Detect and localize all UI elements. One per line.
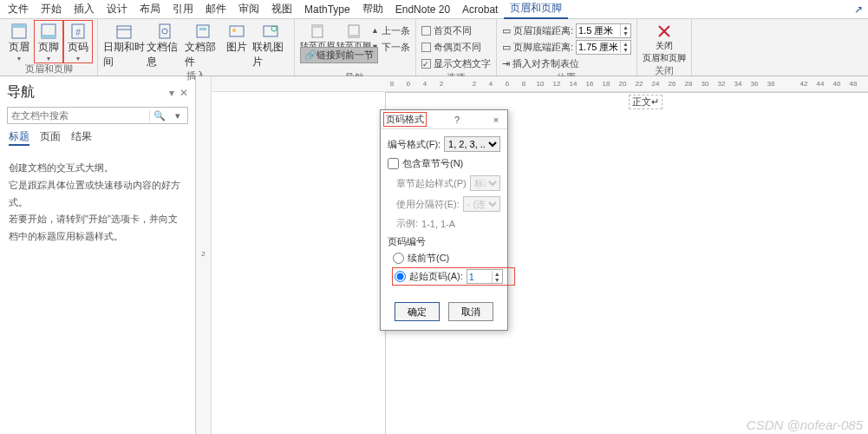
svg-rect-3 — [42, 35, 55, 38]
continue-radio-input[interactable] — [393, 253, 404, 264]
online-picture-button[interactable]: 联机图片 — [252, 21, 289, 69]
svg-rect-1 — [12, 24, 26, 28]
ok-button[interactable]: 确定 — [395, 302, 440, 321]
header-button[interactable]: 页眉 ▾ — [5, 21, 33, 62]
tab-references[interactable]: 引用 — [166, 0, 199, 18]
nav-search-input[interactable]: 🔍 ▾ — [7, 107, 188, 124]
footer-button[interactable]: 页脚 ▾ — [35, 21, 62, 62]
doc-info-button[interactable]: 文档信息 — [147, 21, 183, 69]
page-number-button[interactable]: # 页码 ▾ — [64, 21, 92, 62]
nav-tab-results[interactable]: 结果 — [71, 129, 92, 146]
tab-file[interactable]: 文件 — [2, 0, 35, 18]
dialog-title: 页码格式 — [384, 113, 426, 126]
header-top-input[interactable] — [577, 25, 620, 36]
spinner-arrows-icon[interactable]: ▲▼ — [492, 271, 502, 283]
svg-rect-8 — [160, 24, 170, 38]
picture-label: 图片 — [226, 40, 247, 55]
spinner-arrows-icon[interactable]: ▲▼ — [620, 41, 630, 53]
odd-even-diff-checkbox[interactable]: 奇偶页不同 — [421, 39, 491, 55]
tab-help[interactable]: 帮助 — [356, 0, 389, 18]
header-top-label: 页眉顶端距离: — [513, 24, 573, 37]
chevron-down-icon: ▾ — [47, 55, 50, 62]
start-at-radio[interactable]: 起始页码(A): ▲▼ — [393, 268, 514, 285]
dialog-titlebar[interactable]: 页码格式 ? × — [381, 110, 507, 129]
close-hf-label: 关闭 页眉和页脚 — [643, 40, 686, 64]
tab-mailings[interactable]: 邮件 — [199, 0, 232, 18]
align-tab-label: 插入对齐制表位 — [512, 57, 579, 70]
tab-endnote[interactable]: EndNote 20 — [389, 2, 456, 17]
dialog-close-button[interactable]: × — [488, 115, 504, 125]
tab-design[interactable]: 设计 — [101, 0, 134, 18]
nav-close-icon[interactable]: ✕ — [179, 87, 188, 99]
tab-view[interactable]: 视图 — [265, 0, 298, 18]
tab-mathtype[interactable]: MathType — [298, 2, 356, 17]
group-position: ▭ 页眉顶端距离: ▲▼ ▭ 页脚底端距离: ▲▼ ⇥插入对齐制表位 位置 — [497, 19, 637, 76]
picture-button[interactable]: 图片 — [223, 21, 251, 55]
dialog-help-button[interactable]: ? — [449, 115, 465, 125]
vruler-mark: 2 — [196, 250, 211, 258]
footer-bottom-label: 页脚底端距离: — [513, 41, 573, 54]
tab-insert[interactable]: 插入 — [68, 0, 101, 18]
align-tab-button[interactable]: ⇥插入对齐制表位 — [502, 56, 631, 71]
date-time-button[interactable]: 日期和时间 — [103, 21, 145, 69]
num-format-label: 编号格式(F): — [388, 138, 441, 151]
checkbox-icon — [421, 59, 431, 69]
group-insert: 日期和时间 文档信息 文档部件 图片 联机图片 插入 — [98, 19, 295, 76]
chevron-down-icon: ▾ — [76, 55, 80, 62]
start-at-input[interactable] — [467, 272, 492, 282]
nav-tab-headings[interactable]: 标题 — [9, 129, 29, 146]
show-doc-text-checkbox[interactable]: 显示文档文字 — [421, 56, 491, 71]
tab-review[interactable]: 审阅 — [232, 0, 265, 18]
pagenum-legend: 页码编号 — [388, 235, 500, 248]
tab-home[interactable]: 开始 — [35, 0, 68, 18]
continue-radio[interactable]: 续前节(C) — [393, 252, 500, 265]
vertical-ruler: 2 — [196, 76, 212, 434]
example-label: 示例: — [396, 217, 418, 230]
page-number-icon: # — [69, 23, 87, 40]
svg-rect-6 — [117, 26, 131, 38]
share-icon[interactable]: ↗ — [851, 3, 866, 16]
nav-help-text: 创建文档的交互式大纲。 它是跟踪具体位置或快速移动内容的好方式。 若要开始，请转… — [0, 149, 195, 256]
menu-bar: 文件 开始 插入 设计 布局 引用 邮件 审阅 视图 MathType 帮助 E… — [0, 0, 868, 19]
spinner-arrows-icon[interactable]: ▲▼ — [620, 24, 630, 36]
start-at-label: 起始页码(A): — [409, 270, 463, 283]
chapter-style-label: 章节起始样式(P) — [396, 177, 467, 190]
continue-label: 续前节(C) — [408, 252, 449, 265]
footer-bottom-row: ▭ 页脚底端距离: ▲▼ — [502, 39, 631, 55]
footer-bottom-spinner[interactable]: ▲▼ — [576, 40, 631, 55]
search-field[interactable] — [8, 110, 149, 121]
tab-layout[interactable]: 布局 — [134, 0, 166, 18]
quick-parts-button[interactable]: 文档部件 — [185, 21, 221, 69]
svg-point-9 — [162, 29, 167, 34]
svg-rect-12 — [230, 26, 244, 36]
search-dropdown-icon[interactable]: ▾ — [168, 110, 187, 122]
picture-icon — [228, 23, 245, 40]
nav-tab-pages[interactable]: 页面 — [40, 129, 61, 146]
tab-header-footer[interactable]: 页眉和页脚 — [504, 0, 568, 19]
chapter-style-select: 标题 1 — [470, 175, 500, 191]
quick-parts-label: 文档部件 — [185, 40, 221, 69]
first-page-diff-checkbox[interactable]: 首页不同 — [421, 23, 491, 38]
cancel-button[interactable]: 取消 — [448, 302, 493, 321]
prev-section-button[interactable]: ▲上一条 — [371, 23, 410, 38]
nav-dropdown-icon[interactable]: ▾ — [169, 87, 174, 99]
header-top-spinner[interactable]: ▲▼ — [576, 23, 631, 38]
nav-tabs: 标题 页面 结果 — [0, 126, 195, 149]
include-chapter-checkbox[interactable] — [388, 158, 399, 169]
document-area[interactable]: 8642246810121416182022242628303234363842… — [212, 76, 868, 434]
page-number-label: 页码 — [68, 40, 88, 55]
start-at-spinner[interactable]: ▲▼ — [467, 269, 503, 284]
checkbox-icon — [421, 43, 431, 52]
page-number-format-dialog: 页码格式 ? × 编号格式(F): 1, 2, 3, ... 包含章节号(N) … — [380, 109, 508, 331]
header-icon — [10, 23, 28, 40]
search-icon[interactable]: 🔍 — [149, 110, 168, 122]
nav-help-line: 它是跟踪具体位置或快速移动内容的好方式。 — [9, 177, 186, 212]
start-at-radio-input[interactable] — [395, 271, 406, 282]
header-top-row: ▭ 页眉顶端距离: ▲▼ — [502, 23, 631, 38]
footer-bottom-input[interactable] — [577, 42, 620, 52]
num-format-select[interactable]: 1, 2, 3, ... — [444, 136, 500, 152]
svg-point-15 — [271, 26, 277, 31]
link-to-previous-button[interactable]: 🔗链接到前一节 — [300, 47, 378, 63]
close-hf-button[interactable]: 关闭 页眉和页脚 — [643, 21, 686, 64]
tab-acrobat[interactable]: Acrobat — [456, 2, 504, 17]
